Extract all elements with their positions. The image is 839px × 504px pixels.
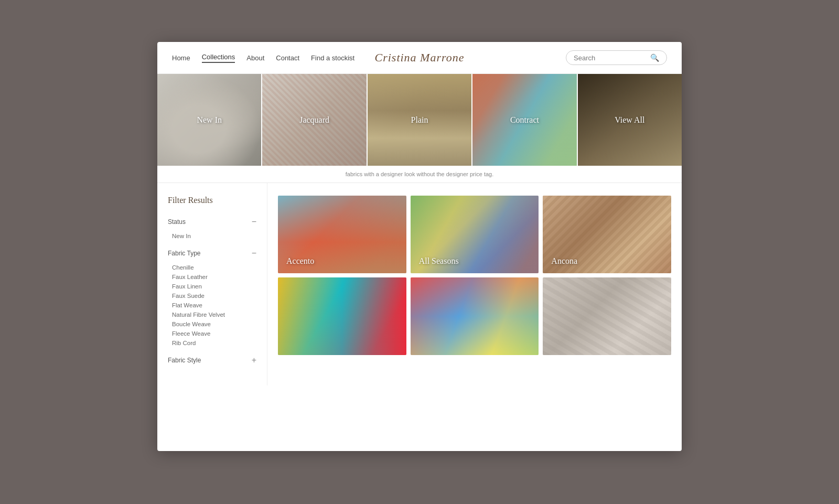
- search-icon[interactable]: 🔍: [650, 53, 659, 62]
- filter-item-fleece-weave[interactable]: Fleece Weave: [168, 329, 256, 338]
- filter-item-natural-fibre-velvet[interactable]: Natural Fibre Velvet: [168, 310, 256, 319]
- banner-new-in[interactable]: New In: [157, 74, 261, 166]
- filter-item-boucle-weave[interactable]: Boucle Weave: [168, 319, 256, 329]
- nav-link-collections[interactable]: Collections: [202, 53, 235, 63]
- product-card-label: Accento: [286, 256, 314, 266]
- filter-section-header-status[interactable]: Status−: [168, 218, 256, 226]
- banner-label: New In: [197, 115, 222, 125]
- filter-item-faux-leather[interactable]: Faux Leather: [168, 272, 256, 282]
- product-card-label: Ancona: [551, 256, 577, 266]
- main-content: Filter Results Status−New InFabric Type−…: [157, 183, 682, 385]
- banner-label: Contract: [510, 115, 539, 125]
- product-card-all-seasons[interactable]: All Seasons: [411, 196, 539, 273]
- filter-toggle-icon[interactable]: −: [252, 218, 256, 226]
- filter-section-name: Fabric Type: [168, 250, 200, 257]
- filter-toggle-icon[interactable]: −: [252, 249, 256, 258]
- filter-section-name: Fabric Style: [168, 357, 201, 364]
- filter-item-new-in[interactable]: New In: [168, 231, 256, 241]
- banner-label: Plain: [411, 115, 428, 125]
- site-logo: Cristina Marrone: [374, 51, 464, 65]
- sidebar: Filter Results Status−New InFabric Type−…: [157, 183, 267, 385]
- nav-links: HomeCollectionsAboutContactFind a stocki…: [172, 53, 354, 63]
- product-card-item[interactable]: [543, 277, 671, 355]
- filter-section-fabric-type: Fabric Type−ChenilleFaux LeatherFaux Lin…: [168, 249, 256, 348]
- products-area: AccentoAll SeasonsAncona: [267, 183, 682, 385]
- products-grid: AccentoAll SeasonsAncona: [278, 196, 671, 355]
- filter-section-header-fabric-style[interactable]: Fabric Style+: [168, 356, 256, 364]
- filter-item-rib-cord[interactable]: Rib Cord: [168, 338, 256, 348]
- hero-banners: New InJacquardPlainContractView All: [157, 74, 682, 166]
- filter-section-name: Status: [168, 218, 186, 226]
- product-card-ancona[interactable]: Ancona: [543, 196, 671, 273]
- nav-link-home[interactable]: Home: [172, 54, 190, 62]
- tagline: fabrics with a designer look without the…: [157, 166, 682, 183]
- filter-item-faux-linen[interactable]: Faux Linen: [168, 282, 256, 291]
- banner-contract[interactable]: Contract: [472, 74, 576, 166]
- banner-label: Jacquard: [299, 115, 329, 125]
- product-card-label: All Seasons: [419, 256, 459, 266]
- product-card-item[interactable]: [411, 277, 539, 355]
- browser-window: HomeCollectionsAboutContactFind a stocki…: [157, 42, 682, 451]
- banner-plain[interactable]: Plain: [368, 74, 471, 166]
- banner-view-all[interactable]: View All: [578, 74, 682, 166]
- filter-section-header-fabric-type[interactable]: Fabric Type−: [168, 249, 256, 258]
- filter-item-faux-suede[interactable]: Faux Suede: [168, 291, 256, 301]
- product-card-accento[interactable]: Accento: [278, 196, 406, 273]
- sidebar-title: Filter Results: [168, 196, 256, 205]
- filter-section-status: Status−New In: [168, 218, 256, 241]
- filter-item-flat-weave[interactable]: Flat Weave: [168, 301, 256, 310]
- nav-link-about[interactable]: About: [246, 54, 264, 62]
- filter-section-fabric-style: Fabric Style+: [168, 356, 256, 364]
- nav-link-find-a-stockist[interactable]: Find a stockist: [311, 54, 354, 62]
- nav-link-contact[interactable]: Contact: [276, 54, 299, 62]
- search-form: 🔍: [566, 50, 667, 65]
- product-card-item[interactable]: [278, 277, 406, 355]
- nav-bar: HomeCollectionsAboutContactFind a stocki…: [157, 42, 682, 74]
- filter-item-chenille[interactable]: Chenille: [168, 263, 256, 272]
- search-input[interactable]: [574, 54, 647, 62]
- filter-toggle-icon[interactable]: +: [252, 356, 256, 364]
- banner-jacquard[interactable]: Jacquard: [262, 74, 366, 166]
- banner-label: View All: [615, 115, 644, 125]
